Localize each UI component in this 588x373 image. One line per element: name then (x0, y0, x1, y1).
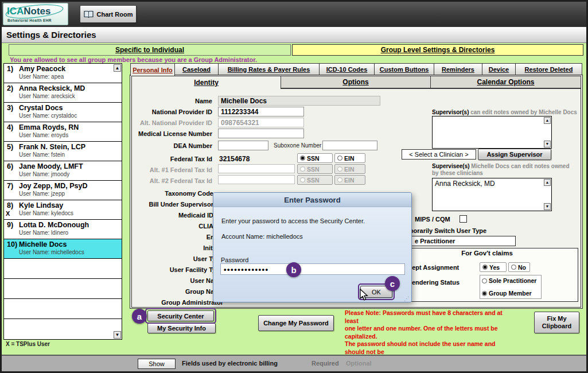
user-list-item[interactable]: 2)Anna Recksick, MD User Name: arecksick (4, 83, 122, 103)
scroll-down-icon[interactable]: ▼ (544, 141, 551, 147)
medical-license-field[interactable] (218, 129, 304, 138)
select-clinician-dropdown[interactable]: < Select a Clinician > (402, 149, 476, 160)
gov-claims-title: For Gov't claims (396, 250, 578, 257)
suboxone-number-field[interactable] (322, 141, 377, 150)
user-list: 1)Amy Peacock User Name: apea 2)Anna Rec… (3, 63, 122, 340)
tab-group-level-settings[interactable]: Group Level Settings & Directories (292, 44, 583, 56)
scroll-up-icon[interactable]: ▲ (114, 64, 121, 72)
enter-password-dialog: Enter Password Enter your password to ac… (213, 192, 412, 302)
group-administrator-label: Group Administrator (131, 299, 223, 306)
taxonomy-label: Taxonomy Code (131, 190, 213, 197)
empty-list-row[interactable] (4, 319, 122, 339)
tab-icd10-codes[interactable]: ICD-10 Codes (320, 63, 375, 75)
sole-practitioner-radio-option[interactable]: Sole Practitioner (482, 277, 539, 284)
dialog-message: Enter your password to access the Securi… (221, 217, 365, 224)
scroll-up-icon[interactable]: ▲ (544, 179, 551, 186)
name-field[interactable]: Michelle Docs (218, 96, 380, 106)
alt2-ssn-radio-icon (300, 177, 305, 182)
email-label: Email (131, 234, 223, 240)
suboxone-number-label: Suboxone Number (274, 142, 321, 149)
user-list-item[interactable]: X 8)Kyle Lindsay User Name: kyledocs (4, 200, 122, 220)
user-list-item[interactable]: 3)Crystal Docs User Name: crystaldoc (4, 103, 122, 122)
ssn-radio-option[interactable]: SSN (297, 153, 333, 163)
brand-subtitle: Behavioral Health EHR (7, 18, 52, 22)
clia-label: CLIA (131, 223, 213, 230)
accept-no-radio-option[interactable]: No (508, 262, 530, 272)
empty-list-row[interactable] (4, 299, 122, 319)
user-list-item[interactable]: 4)Emma Royds, RN User Name: eroyds (4, 122, 122, 142)
scroll-down-icon[interactable]: ▼ (114, 331, 121, 339)
user-list-item-selected[interactable]: 10)Michelle Docs User Name: michelledocs (4, 239, 122, 259)
tab-custom-buttons[interactable]: Custom Buttons (375, 63, 434, 75)
tab-reminders[interactable]: Reminders (434, 63, 482, 75)
my-security-info-button[interactable]: My Security Info (147, 323, 216, 333)
no-radio-icon (511, 265, 516, 270)
password-label: Password (221, 257, 248, 263)
show-button[interactable]: Show (138, 359, 176, 369)
tab-caseload[interactable]: Caseload (175, 63, 219, 75)
page-title: Settings & Directories (6, 30, 96, 40)
supervisee-item[interactable]: Anna Recksick, MD (433, 178, 551, 189)
tsplus-legend: X = TSPlus User (6, 341, 50, 347)
chart-room-label: Chart Room (97, 11, 133, 18)
tab-personal-info[interactable]: Personal Info (130, 63, 175, 76)
alt2-ssn-radio-option[interactable]: SSN (297, 175, 333, 185)
change-my-password-button[interactable]: Change My Password (258, 315, 334, 331)
medical-license-label: Medical License Number (131, 130, 212, 137)
password-input[interactable]: ••••••••••••• (220, 263, 405, 275)
ein-radio-icon (337, 156, 342, 161)
tab-calendar-options[interactable]: Calendar Options (431, 76, 581, 88)
npi-label: National Provider ID (131, 108, 212, 115)
user-list-item[interactable]: 5)Frank N. Stein, LCP User Name: fstein (4, 142, 122, 161)
tab-billing-rates[interactable]: Billing Rates & Payer Rules (219, 63, 320, 75)
rendering-status-group: Sole Practitioner Group Member (480, 275, 542, 299)
medicaid-id-label: Medicaid ID (131, 212, 213, 219)
alt1-ein-radio-option[interactable]: EIN (334, 164, 365, 174)
supervisees-listbox[interactable]: Anna Recksick, MD ▲ ▼ (432, 178, 552, 211)
fix-my-clipboard-button[interactable]: Fix My Clipboard (534, 312, 579, 333)
tab-specific-to-individual[interactable]: Specific to Individual (9, 44, 291, 56)
alt1-federal-tax-field[interactable] (218, 164, 295, 173)
mips-cqm-checkbox[interactable] (460, 215, 467, 223)
alt1-ssn-radio-option[interactable]: SSN (297, 164, 333, 174)
dea-number-field[interactable] (218, 141, 268, 150)
group-admin-notice: You are allowed to see all group members… (10, 56, 257, 63)
dialog-account-line: Account Name: michelledocs (221, 233, 303, 240)
tab-device[interactable]: Device (482, 63, 516, 75)
user-list-item[interactable]: 6)Jane Moody, LMFT User Name: jmoody (4, 161, 122, 181)
ssn-radio-icon (300, 156, 305, 161)
security-center-highlight-ring (145, 308, 216, 324)
federal-tax-value[interactable]: 32154678 (219, 155, 250, 163)
required-legend: Required (311, 360, 339, 367)
icanotes-logo[interactable]: ICANotes Behavioral Health EHR (3, 3, 68, 25)
dialog-title: Enter Password (284, 196, 340, 204)
user-list-item[interactable]: 1)Amy Peacock User Name: apea (4, 64, 122, 83)
alt1-ein-radio-icon (337, 166, 342, 172)
ein-radio-option[interactable]: EIN (334, 153, 365, 163)
chart-room-button[interactable]: Chart Room (80, 5, 137, 23)
switch-user-type-dropdown[interactable]: e Practitioner (411, 236, 516, 246)
accept-yes-radio-option[interactable]: Yes (480, 262, 507, 272)
empty-list-row[interactable] (4, 259, 122, 279)
npi-field[interactable]: 1112233344 (218, 107, 304, 116)
dea-number-label: DEA Number (131, 142, 212, 149)
assign-supervisor-button[interactable]: Assign Supervisor (478, 149, 551, 160)
tab-identity[interactable]: Identity (131, 76, 281, 89)
alt2-federal-tax-field[interactable] (218, 175, 295, 184)
group-member-radio-option[interactable]: Group Member (482, 290, 539, 297)
resize-grip-icon[interactable]: ⋰ (404, 296, 410, 302)
tab-options[interactable]: Options (281, 76, 431, 88)
dialog-title-bar[interactable]: Enter Password (213, 193, 411, 207)
alt2-ein-radio-option[interactable]: EIN (334, 175, 365, 185)
supervisors-listbox[interactable]: ▲ ▼ (432, 116, 552, 149)
annotation-circle-c: c (385, 276, 400, 291)
scroll-down-icon[interactable]: ▼ (544, 203, 551, 210)
tab-restore-deleted[interactable]: Restore Deleted (516, 63, 582, 75)
name-label: Name (131, 98, 212, 104)
user-list-item[interactable]: 7)Joy Zepp, MD, PsyD User Name: jzepp (4, 181, 122, 200)
main-tab-bar: Personal Info Caseload Billing Rates & P… (130, 63, 582, 76)
scroll-up-icon[interactable]: ▲ (544, 117, 551, 124)
empty-list-row[interactable] (4, 279, 122, 299)
user-list-item[interactable]: 9)Lotta D. McDonough User Name: ldinero (4, 220, 122, 239)
alt-npi-field[interactable]: 0987654321 (218, 118, 304, 127)
